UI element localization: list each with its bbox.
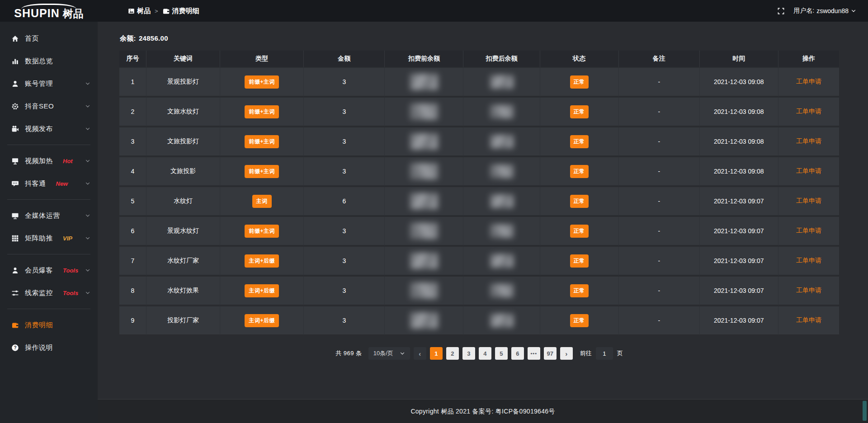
cell-time: 2021-12-03 09:08 xyxy=(700,68,778,98)
sidebar-item-operation-guide[interactable]: ?操作说明 xyxy=(0,336,98,359)
column-header: 金额 xyxy=(304,51,385,68)
cell-type: 前缀+主词 xyxy=(220,217,304,247)
pagination-total: 共 969 条 xyxy=(335,349,362,357)
scrollbar-thumb[interactable] xyxy=(863,401,867,421)
sidebar-item-label: 抖客通 xyxy=(25,179,46,188)
cell-action: 工单申请 xyxy=(778,127,839,157)
sidebar-item-member-burst[interactable]: 会员爆客Tools xyxy=(0,259,98,282)
sidebar-item-tag: Tools xyxy=(63,267,78,274)
cell-time: 2021-12-03 09:07 xyxy=(700,187,778,217)
sidebar-item-matrix-boost[interactable]: 矩阵助推VIP xyxy=(0,227,98,249)
cell-time: 2021-12-03 09:08 xyxy=(700,127,778,157)
masked-balance-before xyxy=(410,103,438,120)
cell-balance-before xyxy=(385,157,463,187)
page-button-4[interactable]: 4 xyxy=(479,347,491,360)
image-icon xyxy=(128,8,135,14)
breadcrumb: 树品 > 消费明细 xyxy=(128,7,199,15)
user-menu[interactable]: 用户名: zswodun88 xyxy=(793,7,856,15)
cell-amount: 3 xyxy=(304,157,385,187)
work-order-link[interactable]: 工单申请 xyxy=(796,108,821,115)
chevron-down-icon xyxy=(85,81,90,86)
user-icon xyxy=(11,80,19,88)
page-button-97[interactable]: 97 xyxy=(544,347,557,360)
cell-action: 工单申请 xyxy=(778,277,839,306)
username-label: 用户名: xyxy=(793,7,814,15)
cell-status: 正常 xyxy=(540,187,619,217)
page-button-5[interactable]: 5 xyxy=(495,347,508,360)
sidebar-item-douyin-seo[interactable]: 抖音SEO xyxy=(0,95,98,118)
masked-balance-after xyxy=(490,75,514,89)
type-badge: 前缀+主词 xyxy=(245,75,279,89)
goto-page-input[interactable] xyxy=(596,347,613,360)
cell-action: 工单申请 xyxy=(778,187,839,217)
sidebar-item-consumption-detail[interactable]: 消费明细 xyxy=(0,314,98,336)
footer: Copyright 树品 2021 备案号: 粤ICP备09019646号 xyxy=(98,399,868,423)
work-order-link[interactable]: 工单申请 xyxy=(796,167,821,174)
cell-status: 正常 xyxy=(540,277,619,306)
cell-balance-after xyxy=(463,247,540,277)
logo-text-cn: 树品 xyxy=(63,9,84,19)
sidebar-item-home[interactable]: 首页 xyxy=(0,27,98,50)
cell-index: 7 xyxy=(119,247,146,277)
cell-index: 8 xyxy=(119,277,146,306)
column-header: 扣费后余额 xyxy=(463,51,540,68)
sidebar-item-video-heating[interactable]: 视频加热Hot xyxy=(0,150,98,172)
work-order-link[interactable]: 工单申请 xyxy=(796,316,821,324)
comment-icon xyxy=(11,180,19,188)
table-row: 2文旅水纹灯前缀+主词3正常-2021-12-03 09:08工单申请 xyxy=(119,98,839,127)
page-size-value: 10条/页 xyxy=(373,349,393,357)
page-button-3[interactable]: 3 xyxy=(462,347,475,360)
work-order-link[interactable]: 工单申请 xyxy=(796,137,821,145)
page-button-6[interactable]: 6 xyxy=(511,347,524,360)
type-badge: 主词+后缀 xyxy=(245,314,279,327)
cell-remark: - xyxy=(619,306,700,336)
cell-balance-after xyxy=(463,217,540,247)
cell-status: 正常 xyxy=(540,217,619,247)
screen-icon xyxy=(11,157,19,165)
masked-balance-before xyxy=(410,133,438,150)
sidebar-item-label: 抖音SEO xyxy=(25,102,54,111)
cell-amount: 3 xyxy=(304,277,385,306)
svg-text:?: ? xyxy=(14,345,16,350)
work-order-link[interactable]: 工单申请 xyxy=(796,257,821,264)
sidebar-item-data-overview[interactable]: 数据总览 xyxy=(0,50,98,72)
work-order-link[interactable]: 工单申请 xyxy=(796,287,821,294)
cell-action: 工单申请 xyxy=(778,217,839,247)
page-button-1[interactable]: 1 xyxy=(430,347,443,360)
cell-balance-before xyxy=(385,127,463,157)
work-order-link[interactable]: 工单申请 xyxy=(796,78,821,85)
page-button-2[interactable]: 2 xyxy=(446,347,459,360)
sidebar-item-account-management[interactable]: 账号管理 xyxy=(0,72,98,95)
cell-time: 2021-12-03 09:08 xyxy=(700,157,778,187)
page-ellipsis-button[interactable]: ••• xyxy=(528,347,540,360)
next-page-button[interactable]: › xyxy=(560,347,573,360)
sidebar-item-video-publish[interactable]: 视频发布 xyxy=(0,118,98,140)
cell-remark: - xyxy=(619,68,700,98)
prev-page-button[interactable]: ‹ xyxy=(414,347,426,360)
table-row: 8水纹灯效果主词+后缀3正常-2021-12-03 09:07工单申请 xyxy=(119,277,839,306)
page-size-select[interactable]: 10条/页 xyxy=(368,347,410,360)
cell-keyword: 文旅水纹灯 xyxy=(146,98,220,127)
sidebar-item-all-media-operation[interactable]: 全媒体运营 xyxy=(0,204,98,227)
table-row: 9投影灯厂家主词+后缀3正常-2021-12-03 09:07工单申请 xyxy=(119,306,839,336)
work-order-link[interactable]: 工单申请 xyxy=(796,197,821,204)
work-order-link[interactable]: 工单申请 xyxy=(796,227,821,234)
sidebar-divider xyxy=(7,254,90,254)
top-bar: SHUPIN 树品 树品 > 消费明细 用户名: zswodun88 xyxy=(0,0,868,22)
sidebar-item-douketong[interactable]: 抖客通New xyxy=(0,172,98,195)
status-badge: 正常 xyxy=(570,75,589,89)
cell-status: 正常 xyxy=(540,127,619,157)
cell-keyword: 水纹灯厂家 xyxy=(146,247,220,277)
cell-index: 5 xyxy=(119,187,146,217)
cell-keyword: 文旅投影灯 xyxy=(146,127,220,157)
cell-balance-before xyxy=(385,306,463,336)
breadcrumb-item-home[interactable]: 树品 xyxy=(128,7,151,15)
grid-icon xyxy=(11,235,19,242)
username-value: zswodun88 xyxy=(816,7,849,14)
camera-icon xyxy=(11,125,19,133)
sidebar-item-clue-monitor[interactable]: 线索监控Tools xyxy=(0,282,98,304)
home-icon xyxy=(11,35,19,42)
masked-balance-before xyxy=(410,223,438,239)
type-badge: 主词+后缀 xyxy=(245,254,279,268)
fullscreen-icon[interactable] xyxy=(778,8,784,14)
